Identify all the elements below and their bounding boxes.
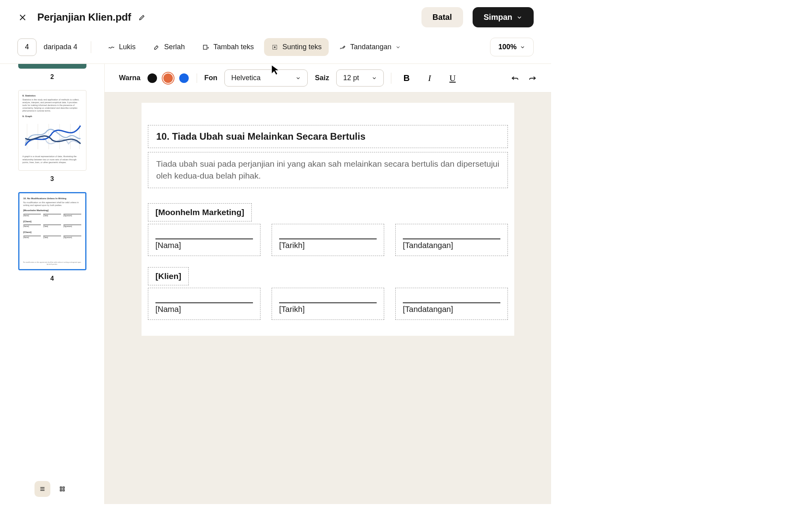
highlight-tool-label: Serlah: [164, 43, 185, 51]
thumb-page-2-peek[interactable]: [18, 64, 86, 69]
document-title: Perjanjian Klien.pdf: [37, 11, 131, 23]
sig-date-box[interactable]: [Tarikh]: [272, 224, 384, 256]
save-button-label: Simpan: [484, 13, 512, 22]
chevron-down-icon: [372, 75, 377, 81]
edit-text-tool[interactable]: Sunting teks: [264, 38, 329, 56]
highlight-tool[interactable]: Serlah: [146, 38, 192, 56]
text-add-icon: [202, 44, 209, 51]
save-button[interactable]: Simpan: [473, 7, 534, 27]
svg-rect-0: [203, 45, 207, 49]
heading-text-box[interactable]: 10. Tiada Ubah suai Melainkan Secara Ber…: [148, 125, 508, 148]
highlighter-icon: [153, 44, 160, 51]
party1-box[interactable]: [Moonhelm Marketing]: [148, 203, 252, 221]
add-text-tool[interactable]: Tambah teks: [195, 38, 261, 56]
color-swatches: [147, 73, 197, 83]
page-number-input[interactable]: [17, 38, 36, 56]
page-total-label: daripada 4: [44, 43, 77, 51]
color-label: Warna: [119, 74, 140, 82]
color-orange[interactable]: [163, 73, 173, 83]
italic-button[interactable]: I: [421, 70, 437, 86]
text-edit-icon: [271, 44, 278, 51]
grid-icon: [59, 485, 66, 493]
font-select[interactable]: Helvetica: [224, 69, 308, 87]
grid-view-button[interactable]: [54, 481, 70, 497]
size-select[interactable]: 12 pt: [336, 69, 384, 87]
chevron-down-icon: [520, 44, 525, 50]
font-label: Fon: [204, 74, 217, 82]
sig-signature-box[interactable]: [Tandatangan]: [395, 288, 508, 320]
zoom-value: 100%: [498, 43, 517, 51]
edit-text-tool-label: Sunting teks: [282, 43, 322, 51]
main-area: 2 8. Statistics Statistics is the study …: [0, 64, 551, 504]
color-blue[interactable]: [179, 73, 189, 83]
chevron-down-icon: [395, 44, 401, 50]
sig-name-box[interactable]: [Nama]: [148, 224, 260, 256]
page-canvas[interactable]: 10. Tiada Ubah suai Melainkan Secara Ber…: [105, 92, 551, 504]
color-black[interactable]: [147, 73, 157, 83]
mini-chart-icon: [23, 120, 82, 153]
chevron-down-icon: [295, 75, 301, 81]
redo-button[interactable]: [528, 74, 537, 83]
rename-button[interactable]: [138, 14, 146, 21]
thumb-page-4[interactable]: 10. No Modifications Unless In Writing N…: [18, 192, 86, 270]
signature-row-1: [Nama] [Tarikh] [Tandatangan]: [148, 224, 508, 256]
page-content: 10. Tiada Ubah suai Melainkan Secara Ber…: [142, 103, 514, 336]
close-button[interactable]: [17, 12, 28, 23]
view-toggle: [34, 475, 70, 497]
thumb-num-2: 2: [50, 73, 54, 81]
font-value: Helvetica: [231, 74, 260, 82]
bold-button[interactable]: B: [398, 70, 414, 86]
thumbnail-sidebar: 2 8. Statistics Statistics is the study …: [0, 64, 105, 504]
signature-row-2: [Nama] [Tarikh] [Tandatangan]: [148, 288, 508, 320]
sig-date-box[interactable]: [Tarikh]: [272, 288, 384, 320]
sign-tool-label: Tandatangan: [350, 43, 391, 51]
toolbar: daripada 4 Lukis Serlah Tambah teks Sunt…: [0, 35, 551, 64]
zoom-dropdown[interactable]: 100%: [490, 38, 534, 56]
signature-icon: [339, 44, 346, 51]
chevron-down-icon: [516, 14, 523, 21]
underline-button[interactable]: U: [444, 70, 460, 86]
svg-rect-11: [63, 490, 64, 491]
thumb-page-3[interactable]: 8. Statistics Statistics is the study an…: [18, 90, 86, 171]
cancel-button[interactable]: Batal: [421, 7, 463, 27]
list-view-button[interactable]: [34, 481, 50, 497]
svg-rect-10: [60, 490, 61, 491]
divider: [391, 73, 391, 84]
list-icon: [39, 485, 46, 493]
thumb-num-4: 4: [50, 275, 54, 282]
header-bar: Perjanjian Klien.pdf Batal Simpan: [0, 0, 551, 35]
body-text-box[interactable]: Tiada ubah suai pada perjanjian ini yang…: [148, 152, 508, 188]
sig-signature-box[interactable]: [Tandatangan]: [395, 224, 508, 256]
editor-panel: Warna Fon Helvetica Saiz 12 pt B: [105, 64, 551, 504]
sig-name-box[interactable]: [Nama]: [148, 288, 260, 320]
sign-tool[interactable]: Tandatangan: [332, 38, 408, 56]
svg-rect-8: [60, 487, 61, 489]
add-text-tool-label: Tambah teks: [213, 43, 254, 51]
party2-box[interactable]: [Klien]: [148, 267, 189, 285]
close-icon: [18, 13, 27, 22]
divider: [91, 41, 91, 53]
pencil-icon: [138, 14, 146, 21]
draw-tool-label: Lukis: [119, 43, 136, 51]
size-label: Saiz: [315, 74, 329, 82]
thumb-num-3: 3: [50, 175, 54, 183]
format-bar: Warna Fon Helvetica Saiz 12 pt B: [105, 64, 551, 92]
undo-button[interactable]: [511, 74, 519, 83]
draw-tool[interactable]: Lukis: [101, 38, 143, 56]
squiggle-icon: [108, 44, 115, 51]
svg-rect-9: [63, 487, 64, 489]
size-value: 12 pt: [343, 74, 359, 82]
